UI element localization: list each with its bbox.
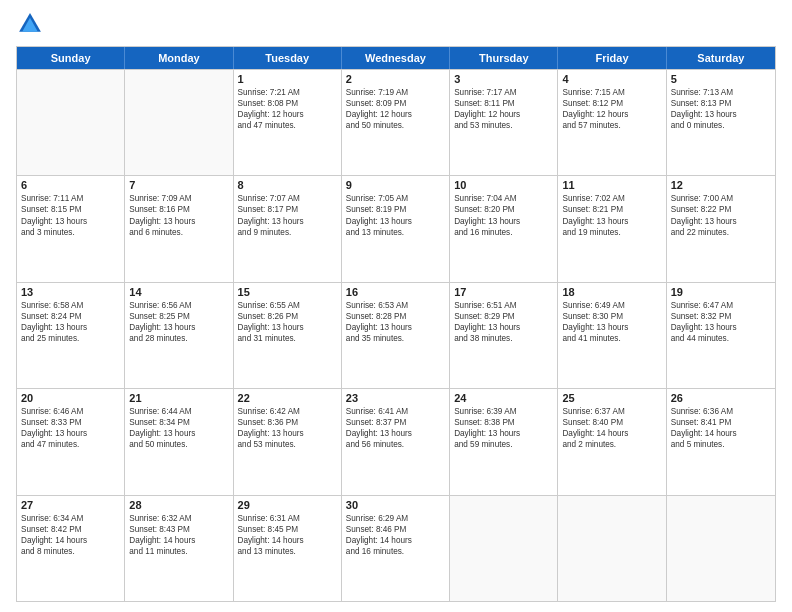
cell-line: Sunset: 8:15 PM [21, 204, 120, 215]
logo-icon [16, 10, 44, 38]
cell-line: Sunrise: 6:53 AM [346, 300, 445, 311]
weekday-header: Tuesday [234, 47, 342, 69]
calendar-cell: 17Sunrise: 6:51 AMSunset: 8:29 PMDayligh… [450, 283, 558, 388]
calendar-cell: 22Sunrise: 6:42 AMSunset: 8:36 PMDayligh… [234, 389, 342, 494]
cell-line: Daylight: 13 hours [346, 322, 445, 333]
calendar-row: 13Sunrise: 6:58 AMSunset: 8:24 PMDayligh… [17, 282, 775, 388]
cell-line: Sunset: 8:46 PM [346, 524, 445, 535]
day-number: 14 [129, 286, 228, 298]
day-number: 25 [562, 392, 661, 404]
cell-line: Sunrise: 6:41 AM [346, 406, 445, 417]
cell-line: Sunset: 8:43 PM [129, 524, 228, 535]
cell-line: Daylight: 13 hours [671, 109, 771, 120]
calendar-cell: 3Sunrise: 7:17 AMSunset: 8:11 PMDaylight… [450, 70, 558, 175]
cell-line: Daylight: 12 hours [562, 109, 661, 120]
cell-line: Daylight: 13 hours [562, 216, 661, 227]
calendar-cell: 12Sunrise: 7:00 AMSunset: 8:22 PMDayligh… [667, 176, 775, 281]
day-number: 2 [346, 73, 445, 85]
cell-line: and 13 minutes. [238, 546, 337, 557]
day-number: 20 [21, 392, 120, 404]
cell-line: Sunset: 8:09 PM [346, 98, 445, 109]
cell-line: Sunset: 8:11 PM [454, 98, 553, 109]
cell-line: Daylight: 14 hours [238, 535, 337, 546]
calendar-cell: 26Sunrise: 6:36 AMSunset: 8:41 PMDayligh… [667, 389, 775, 494]
cell-line: Sunset: 8:22 PM [671, 204, 771, 215]
calendar-cell: 24Sunrise: 6:39 AMSunset: 8:38 PMDayligh… [450, 389, 558, 494]
calendar-header: SundayMondayTuesdayWednesdayThursdayFrid… [17, 47, 775, 69]
calendar-cell: 1Sunrise: 7:21 AMSunset: 8:08 PMDaylight… [234, 70, 342, 175]
cell-line: Daylight: 13 hours [21, 322, 120, 333]
cell-line: Sunset: 8:25 PM [129, 311, 228, 322]
cell-line: Sunrise: 7:11 AM [21, 193, 120, 204]
day-number: 22 [238, 392, 337, 404]
calendar-cell: 14Sunrise: 6:56 AMSunset: 8:25 PMDayligh… [125, 283, 233, 388]
cell-line: Daylight: 13 hours [454, 216, 553, 227]
cell-line: and 6 minutes. [129, 227, 228, 238]
cell-line: and 16 minutes. [346, 546, 445, 557]
cell-line: Daylight: 13 hours [238, 216, 337, 227]
cell-line: Daylight: 12 hours [454, 109, 553, 120]
cell-line: and 11 minutes. [129, 546, 228, 557]
calendar-cell: 8Sunrise: 7:07 AMSunset: 8:17 PMDaylight… [234, 176, 342, 281]
cell-line: Sunset: 8:19 PM [346, 204, 445, 215]
cell-line: Sunrise: 6:42 AM [238, 406, 337, 417]
cell-line: Sunrise: 6:47 AM [671, 300, 771, 311]
weekday-header: Sunday [17, 47, 125, 69]
day-number: 27 [21, 499, 120, 511]
cell-line: and 2 minutes. [562, 439, 661, 450]
day-number: 7 [129, 179, 228, 191]
cell-line: Daylight: 13 hours [129, 216, 228, 227]
calendar-row: 27Sunrise: 6:34 AMSunset: 8:42 PMDayligh… [17, 495, 775, 601]
calendar-cell: 11Sunrise: 7:02 AMSunset: 8:21 PMDayligh… [558, 176, 666, 281]
cell-line: Daylight: 13 hours [454, 322, 553, 333]
cell-line: Sunrise: 6:51 AM [454, 300, 553, 311]
cell-line: Sunrise: 6:56 AM [129, 300, 228, 311]
weekday-header: Wednesday [342, 47, 450, 69]
calendar-row: 6Sunrise: 7:11 AMSunset: 8:15 PMDaylight… [17, 175, 775, 281]
cell-line: Sunset: 8:34 PM [129, 417, 228, 428]
calendar-cell: 6Sunrise: 7:11 AMSunset: 8:15 PMDaylight… [17, 176, 125, 281]
cell-line: Sunrise: 7:09 AM [129, 193, 228, 204]
calendar-cell [125, 70, 233, 175]
cell-line: Sunset: 8:20 PM [454, 204, 553, 215]
day-number: 30 [346, 499, 445, 511]
cell-line: and 16 minutes. [454, 227, 553, 238]
day-number: 11 [562, 179, 661, 191]
cell-line: and 31 minutes. [238, 333, 337, 344]
day-number: 5 [671, 73, 771, 85]
calendar-cell: 27Sunrise: 6:34 AMSunset: 8:42 PMDayligh… [17, 496, 125, 601]
calendar-cell [558, 496, 666, 601]
cell-line: and 9 minutes. [238, 227, 337, 238]
cell-line: Daylight: 13 hours [238, 322, 337, 333]
cell-line: and 47 minutes. [238, 120, 337, 131]
day-number: 16 [346, 286, 445, 298]
cell-line: Sunrise: 7:17 AM [454, 87, 553, 98]
cell-line: and 53 minutes. [454, 120, 553, 131]
calendar-row: 20Sunrise: 6:46 AMSunset: 8:33 PMDayligh… [17, 388, 775, 494]
cell-line: Daylight: 13 hours [346, 428, 445, 439]
day-number: 18 [562, 286, 661, 298]
cell-line: Sunrise: 6:29 AM [346, 513, 445, 524]
cell-line: and 8 minutes. [21, 546, 120, 557]
cell-line: Sunset: 8:40 PM [562, 417, 661, 428]
cell-line: Sunrise: 7:15 AM [562, 87, 661, 98]
cell-line: Daylight: 13 hours [238, 428, 337, 439]
day-number: 24 [454, 392, 553, 404]
cell-line: and 53 minutes. [238, 439, 337, 450]
cell-line: Sunrise: 6:44 AM [129, 406, 228, 417]
day-number: 3 [454, 73, 553, 85]
cell-line: Sunrise: 6:39 AM [454, 406, 553, 417]
cell-line: Sunrise: 7:13 AM [671, 87, 771, 98]
cell-line: Sunset: 8:37 PM [346, 417, 445, 428]
cell-line: Sunrise: 7:07 AM [238, 193, 337, 204]
calendar-cell: 5Sunrise: 7:13 AMSunset: 8:13 PMDaylight… [667, 70, 775, 175]
calendar-cell [667, 496, 775, 601]
header [16, 10, 776, 38]
cell-line: Sunrise: 7:19 AM [346, 87, 445, 98]
calendar-cell: 2Sunrise: 7:19 AMSunset: 8:09 PMDaylight… [342, 70, 450, 175]
day-number: 17 [454, 286, 553, 298]
cell-line: Sunset: 8:41 PM [671, 417, 771, 428]
cell-line: Sunset: 8:36 PM [238, 417, 337, 428]
cell-line: Sunset: 8:38 PM [454, 417, 553, 428]
cell-line: Sunset: 8:29 PM [454, 311, 553, 322]
